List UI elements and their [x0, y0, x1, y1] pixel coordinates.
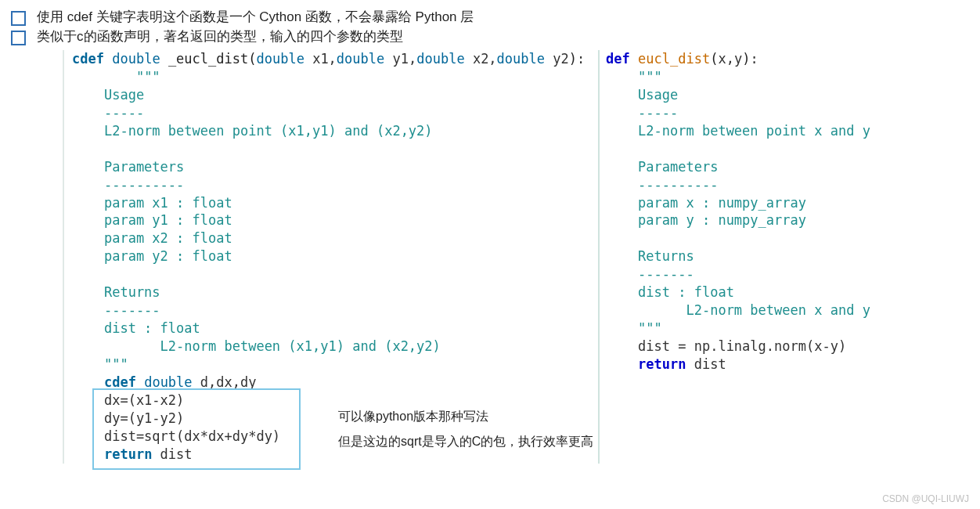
rdoc-l11: Returns — [606, 248, 694, 264]
doc-l16: L2-norm between (x1,y1) and (x2,y2) — [72, 338, 441, 354]
doc-l3: ----- — [72, 105, 144, 121]
annotation-2: 但是这边的sqrt是导入的C的包，执行效率更高 — [338, 434, 593, 450]
code-l18: cdef double d,dx,dy — [72, 374, 256, 390]
rdoc-l3: ----- — [606, 105, 678, 121]
rdoc-l15: """ — [606, 320, 662, 336]
doc-l7: ---------- — [72, 177, 184, 193]
rdoc-l1: """ — [606, 69, 662, 85]
rdoc-l7: ---------- — [606, 177, 718, 193]
rdoc-l6: Parameters — [606, 159, 718, 175]
code-area: cdef double _eucl_dist(double x1,double … — [11, 50, 969, 464]
rcode-l16: dist = np.linalg.norm(x-y) — [606, 338, 846, 354]
doc-l11: param y2 : float — [72, 248, 232, 264]
rcode-l17: return dist — [606, 356, 726, 372]
python-code: def eucl_dist(x,y): """ Usage ----- L2-n… — [606, 50, 969, 374]
annotation-1: 可以像python版本那种写法 — [338, 409, 488, 425]
doc-l4: L2-norm between point (x1,y1) and (x2,y2… — [72, 123, 433, 139]
rdoc-l2: Usage — [606, 87, 678, 103]
doc-l8: param x1 : float — [72, 195, 232, 211]
cython-code-block: cdef double _eucl_dist(double x1,double … — [11, 50, 598, 464]
bullet-box-icon — [11, 31, 26, 45]
doc-l2: Usage — [72, 87, 144, 103]
doc-l13: Returns — [72, 284, 160, 300]
doc-l9: param y1 : float — [72, 212, 232, 228]
bullet-2-text: 类似于c的函数声明，著名返回的类型，输入的四个参数的类型 — [37, 27, 403, 45]
doc-l10: param x2 : float — [72, 230, 232, 246]
bullet-1: 使用 cdef 关键字表明这个函数是一个 Cython 函数，不会暴露给 Pyt… — [11, 8, 969, 26]
doc-l15: dist : float — [72, 320, 200, 336]
bullet-box-icon — [11, 11, 26, 26]
bullet-2: 类似于c的函数声明，著名返回的类型，输入的四个参数的类型 — [11, 27, 969, 45]
highlight-box — [92, 388, 301, 470]
docstring-open: """ — [104, 69, 160, 85]
rdoc-l9: param y : numpy_array — [606, 212, 806, 228]
python-code-block: def eucl_dist(x,y): """ Usage ----- L2-n… — [598, 50, 969, 464]
rdoc-l4: L2-norm between point x and y — [606, 123, 870, 139]
bullet-1-text: 使用 cdef 关键字表明这个函数是一个 Cython 函数，不会暴露给 Pyt… — [37, 8, 474, 26]
rdoc-l8: param x : numpy_array — [606, 195, 806, 211]
rdoc-l13: dist : float — [606, 284, 734, 300]
watermark: CSDN @UQI-LIUWJ — [882, 493, 969, 504]
rdoc-l14: L2-norm between x and y — [606, 302, 870, 318]
doc-l6: Parameters — [72, 159, 184, 175]
rdoc-l12: ------- — [606, 266, 694, 282]
doc-l14: ------- — [72, 302, 160, 318]
docstring-close: """ — [72, 356, 128, 372]
